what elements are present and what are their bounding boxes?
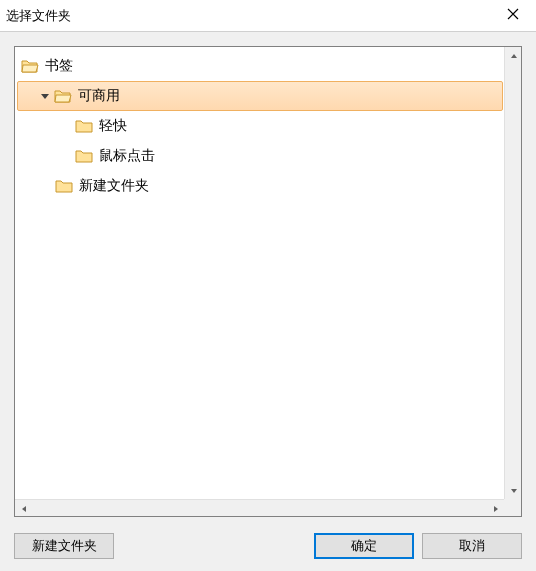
close-button[interactable] (490, 0, 536, 32)
tree-row[interactable]: 可商用 (17, 81, 503, 111)
folder-open-icon (54, 88, 72, 104)
scroll-right-icon[interactable] (487, 500, 504, 517)
scroll-down-icon[interactable] (505, 482, 522, 499)
tree-label: 可商用 (78, 87, 120, 105)
button-row: 新建文件夹 确定 取消 (0, 531, 536, 571)
tree-label: 轻快 (99, 117, 127, 135)
horizontal-scrollbar[interactable] (15, 499, 504, 516)
titlebar: 选择文件夹 (0, 0, 536, 32)
tree-label: 鼠标点击 (99, 147, 155, 165)
scroll-left-icon[interactable] (15, 500, 32, 517)
select-folder-dialog: 选择文件夹 书签 (0, 0, 536, 571)
tree-row[interactable]: 轻快 (15, 111, 521, 141)
tree-row-root[interactable]: 书签 (15, 51, 521, 81)
tree-row[interactable]: 鼠标点击 (15, 141, 521, 171)
folder-icon (75, 148, 93, 164)
folder-icon (55, 178, 73, 194)
new-folder-button[interactable]: 新建文件夹 (14, 533, 114, 559)
expander-open-icon[interactable] (38, 89, 52, 103)
tree-row[interactable]: 新建文件夹 (15, 171, 521, 201)
dialog-title: 选择文件夹 (6, 7, 71, 25)
close-icon (507, 8, 519, 23)
folder-open-icon (21, 58, 39, 74)
cancel-button[interactable]: 取消 (422, 533, 522, 559)
folder-icon (75, 118, 93, 134)
ok-button[interactable]: 确定 (314, 533, 414, 559)
folder-tree-panel: 书签 可商用 (14, 46, 522, 517)
tree-label: 书签 (45, 57, 73, 75)
tree-label: 新建文件夹 (79, 177, 149, 195)
dialog-content: 书签 可商用 (0, 32, 536, 531)
vertical-scrollbar[interactable] (504, 47, 521, 499)
scroll-corner (504, 499, 521, 516)
folder-tree[interactable]: 书签 可商用 (15, 47, 521, 516)
scroll-up-icon[interactable] (505, 47, 522, 64)
